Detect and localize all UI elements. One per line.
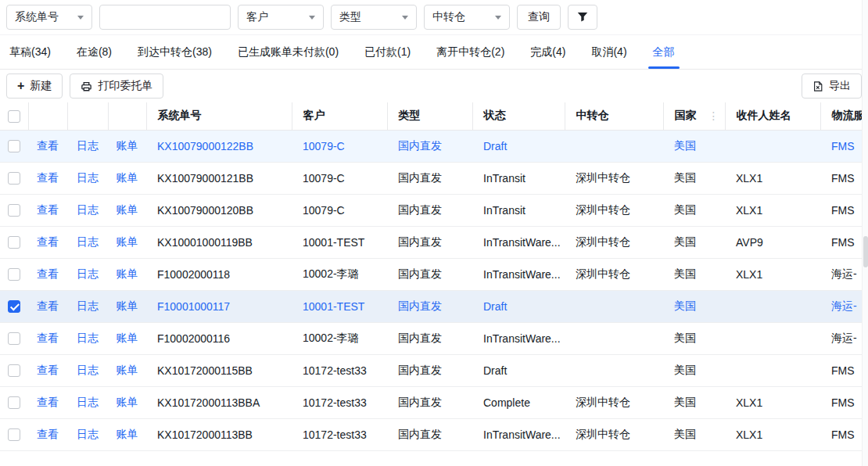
bill-link[interactable]: 账单	[117, 396, 138, 408]
log-link[interactable]: 日志	[77, 299, 99, 312]
cell-logistics: FMS	[820, 226, 862, 258]
cell-recipient: XLX1	[725, 194, 820, 226]
tab-arrived-warehouse[interactable]: 到达中转仓(38)	[138, 35, 212, 69]
type-select[interactable]: 类型	[331, 5, 417, 30]
col-header-logistics: 物流服务	[820, 102, 862, 130]
cell-order-no: F10001000117	[146, 290, 292, 322]
log-link[interactable]: 日志	[77, 428, 99, 440]
log-link[interactable]: 日志	[77, 203, 99, 216]
bill-link[interactable]: 账单	[117, 139, 138, 152]
search-input[interactable]	[99, 5, 231, 30]
bill-link[interactable]: 账单	[117, 267, 138, 280]
cell-warehouse: 深圳中转仓	[565, 226, 663, 258]
cell-country: 美国	[663, 354, 725, 386]
filter-button[interactable]	[568, 5, 597, 30]
tab-billed-unpaid[interactable]: 已生成账单未付款(0)	[238, 35, 339, 69]
cell-view: 查看	[28, 226, 67, 258]
tab-complete[interactable]: 完成(4)	[530, 35, 565, 69]
row-checkbox[interactable]	[8, 364, 20, 377]
view-link[interactable]: 查看	[37, 428, 59, 440]
log-link[interactable]: 日志	[77, 235, 99, 248]
cell-bill: 账单	[108, 290, 146, 322]
field-type-select-value: 系统单号	[15, 10, 59, 24]
view-link[interactable]: 查看	[37, 171, 59, 184]
chevron-down-icon	[309, 16, 315, 20]
row-checkbox[interactable]	[8, 172, 20, 185]
action-toolbar: + 新建 打印委托单 导出	[0, 70, 868, 102]
view-link[interactable]: 查看	[37, 364, 59, 376]
row-checkbox[interactable]	[8, 300, 20, 313]
log-link[interactable]: 日志	[77, 364, 99, 376]
table-row: 查看日志账单KX10001000119BB10001-TEST国内直发InTra…	[0, 226, 862, 258]
export-button[interactable]: 导出	[802, 73, 862, 99]
tab-cancelled[interactable]: 取消(4)	[591, 35, 626, 69]
cell-logistics: FMS	[820, 194, 862, 226]
bill-link[interactable]: 账单	[117, 235, 138, 248]
cell-logistics: FMS	[820, 386, 862, 418]
cell-view: 查看	[28, 194, 67, 226]
cell-type: 国内直发	[387, 194, 472, 226]
cell-status: Draft	[472, 354, 565, 386]
row-checkbox[interactable]	[8, 332, 20, 345]
row-checkbox[interactable]	[8, 268, 20, 281]
view-link[interactable]: 查看	[37, 396, 59, 408]
table-row: 查看日志账单F1000100011710001-TEST国内直发Draft美国海…	[0, 290, 862, 322]
print-button[interactable]: 打印委托单	[70, 73, 163, 99]
log-link[interactable]: 日志	[77, 171, 99, 184]
tab-all[interactable]: 全部	[653, 35, 675, 69]
row-checkbox[interactable]	[8, 140, 20, 152]
warehouse-select-value: 中转仓	[432, 10, 465, 24]
column-drag-handle-icon[interactable]: ⋮	[708, 109, 719, 122]
cell-log: 日志	[67, 418, 108, 450]
bill-link[interactable]: 账单	[117, 171, 138, 184]
bill-link[interactable]: 账单	[117, 299, 138, 312]
table-row: 查看日志账单KX10079000120BB10079-C国内直发InTransi…	[0, 194, 862, 226]
row-checkbox[interactable]	[8, 396, 20, 409]
cell-recipient: XLX1	[725, 258, 820, 290]
customer-select-value: 客户	[246, 10, 268, 24]
cell-order-no: F10002000118	[146, 258, 292, 290]
cell-checkbox	[0, 162, 28, 194]
cell-view: 查看	[28, 290, 67, 322]
log-link[interactable]: 日志	[77, 396, 99, 408]
bill-link[interactable]: 账单	[117, 203, 138, 216]
row-checkbox[interactable]	[8, 204, 20, 217]
view-link[interactable]: 查看	[37, 332, 59, 344]
cell-view: 查看	[28, 258, 67, 290]
view-link[interactable]: 查看	[37, 139, 59, 152]
new-button[interactable]: + 新建	[6, 73, 63, 99]
tab-in-transit[interactable]: 在途(8)	[77, 35, 112, 69]
field-type-select[interactable]: 系统单号	[6, 5, 92, 30]
select-all-checkbox[interactable]	[8, 110, 20, 123]
tab-left-warehouse[interactable]: 离开中转仓(2)	[436, 35, 504, 69]
search-button[interactable]: 查询	[517, 5, 561, 30]
table-row: 查看日志账单F1000200011610002-李璐国内直发InTransitW…	[0, 322, 862, 354]
cell-bill: 账单	[108, 258, 146, 290]
bill-link[interactable]: 账单	[117, 332, 138, 344]
cell-type: 国内直发	[387, 258, 472, 290]
cell-type: 国内直发	[387, 386, 472, 418]
customer-select[interactable]: 客户	[238, 5, 324, 30]
log-link[interactable]: 日志	[77, 267, 99, 280]
col-header-label: 客户	[303, 109, 325, 121]
row-checkbox[interactable]	[8, 236, 20, 249]
log-link[interactable]: 日志	[77, 139, 99, 152]
cell-type: 国内直发	[387, 226, 472, 258]
view-link[interactable]: 查看	[37, 203, 59, 216]
tab-paid[interactable]: 已付款(1)	[364, 35, 411, 69]
warehouse-select[interactable]: 中转仓	[424, 5, 510, 30]
view-link[interactable]: 查看	[37, 299, 59, 312]
view-link[interactable]: 查看	[37, 235, 59, 248]
log-link[interactable]: 日志	[77, 332, 99, 344]
cell-view: 查看	[28, 418, 67, 450]
tab-draft[interactable]: 草稿(34)	[9, 35, 51, 69]
row-checkbox[interactable]	[8, 428, 20, 441]
cell-warehouse	[565, 130, 663, 162]
bill-link[interactable]: 账单	[117, 428, 138, 440]
cell-checkbox	[0, 418, 28, 450]
scrollbar-thumb[interactable]	[863, 236, 868, 267]
view-link[interactable]: 查看	[37, 267, 59, 280]
bill-link[interactable]: 账单	[117, 364, 138, 376]
vertical-scrollbar[interactable]	[862, 0, 868, 466]
table-row: 查看日志账单KX10172000115BB10172-test33国内直发Dra…	[0, 354, 862, 386]
